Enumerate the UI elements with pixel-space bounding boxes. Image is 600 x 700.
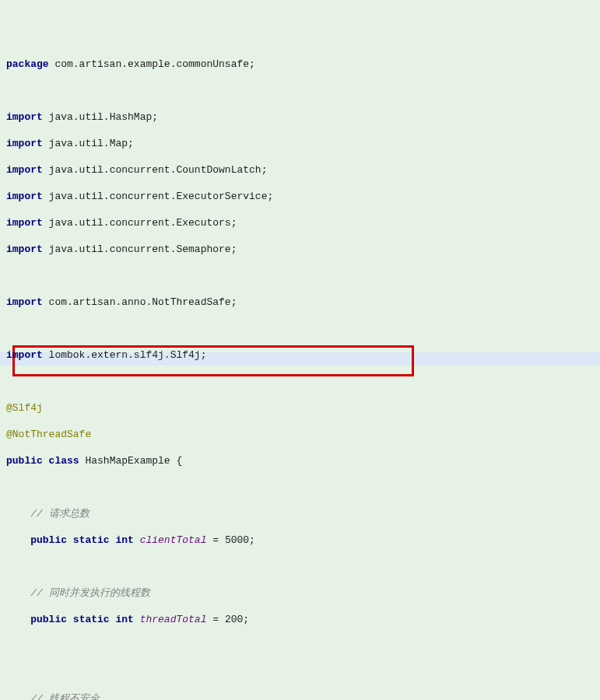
field-name: threadTotal xyxy=(140,614,207,625)
annotation-slf4j: @Slf4j xyxy=(6,402,43,414)
package-name: com.artisan.example.commonUnsafe; xyxy=(49,58,255,70)
comment: // 同时并发执行的线程数 xyxy=(30,587,149,599)
import-name: java.util.HashMap; xyxy=(43,111,158,123)
keyword-package: package xyxy=(6,58,49,70)
import-name: java.util.concurrent.Semaphore; xyxy=(43,243,237,255)
field-name: clientTotal xyxy=(140,534,207,546)
kw-import: import xyxy=(6,111,43,123)
import-name: java.util.Map; xyxy=(43,138,134,149)
comment: // 请求总数 xyxy=(30,508,89,520)
kw-class-decl: public class xyxy=(6,455,85,467)
comment: // 线程不安全 xyxy=(30,693,99,700)
kw-import: import xyxy=(6,138,43,149)
class-name: HashMapExample { xyxy=(85,455,182,467)
field-mods: public static int xyxy=(30,614,139,625)
import-name: java.util.concurrent.CountDownLatch; xyxy=(43,164,268,176)
field-mods: public static int xyxy=(30,534,139,546)
code-editor: package com.artisan.example.commonUnsafe… xyxy=(0,0,600,700)
kw-import: import xyxy=(6,217,43,229)
annotation-notthreadsafe: @NotThreadSafe xyxy=(6,429,91,440)
import-name: java.util.concurrent.Executors; xyxy=(43,217,237,229)
field-rest: = 5000; xyxy=(206,534,254,546)
kw-import: import xyxy=(6,243,43,255)
kw-import: import xyxy=(6,296,43,308)
kw-import: import xyxy=(6,191,43,202)
field-rest: = 200; xyxy=(206,614,249,625)
kw-import: import xyxy=(6,349,43,361)
import-name: java.util.concurrent.ExecutorService; xyxy=(43,191,273,202)
kw-import: import xyxy=(6,164,43,176)
import-name: lombok.extern.slf4j.Slf4j; xyxy=(43,349,207,361)
import-name: com.artisan.anno.NotThreadSafe; xyxy=(43,296,237,308)
